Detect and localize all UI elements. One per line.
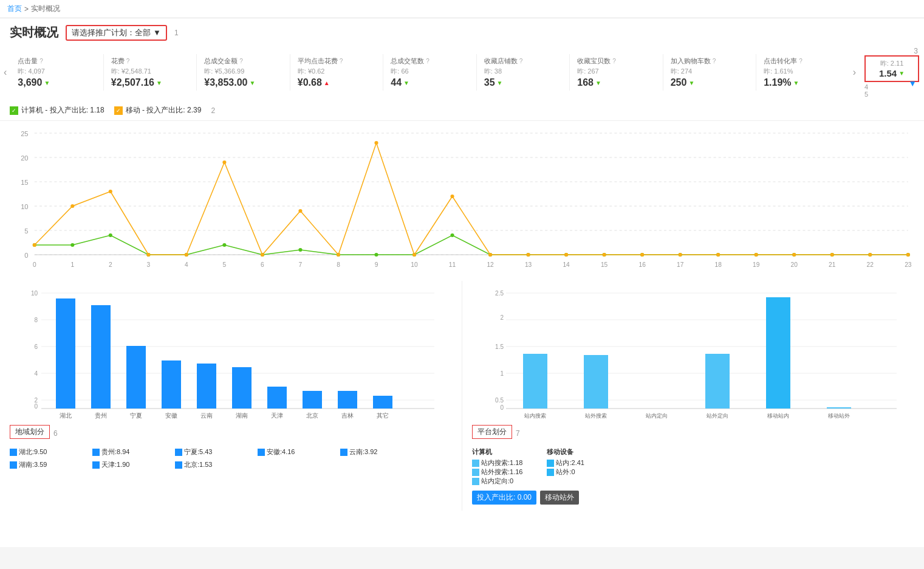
x-label-22: 22	[867, 261, 874, 268]
region-label-num: 6	[53, 429, 58, 438]
metrics-prev-button[interactable]: ‹	[0, 64, 10, 80]
label-num-5: 5	[864, 91, 868, 98]
x-label-4: 4	[185, 261, 188, 268]
x-label-11: 11	[449, 261, 456, 268]
svg-text:5: 5	[24, 227, 28, 235]
metric-label-1: 花费 ?	[111, 57, 189, 66]
metric-label-4: 总成交笔数 ?	[391, 57, 468, 66]
yellow-dot-1	[70, 204, 74, 208]
svg-text:天津: 天津	[271, 412, 283, 419]
legend-zwsousuo: 站外搜索:1.16	[472, 467, 522, 477]
metric-info-icon-8[interactable]: ?	[799, 58, 803, 64]
metric-label-6: 收藏宝贝数 ?	[577, 57, 655, 66]
yellow-dot-14	[564, 253, 568, 257]
platform-legend: 计算机 站内搜索:1.18 站外搜索:1.16 站内定向:0	[472, 447, 914, 486]
x-label-17: 17	[677, 261, 684, 268]
metric-value-6: 168 ▼	[577, 77, 655, 88]
legend-stneixsousuo: 站内搜索:1.18	[472, 458, 522, 467]
svg-text:湖南: 湖南	[236, 412, 248, 419]
region-legend-hunan: 湖南:3.59	[10, 460, 89, 469]
legend-checkbox-yellow: ✓	[114, 106, 123, 115]
x-label-14: 14	[563, 261, 570, 268]
metric-info-icon-7[interactable]: ?	[713, 58, 716, 64]
yellow-dot-16	[640, 253, 644, 257]
legend-label-computer: 计算机 - 投入产出比: 1.18	[21, 105, 104, 116]
label-num-3: 3	[914, 47, 918, 55]
svg-text:6: 6	[34, 343, 38, 350]
svg-rect-31	[162, 360, 181, 409]
x-label-0: 0	[33, 261, 36, 268]
legend-bar: ✓ 计算机 - 投入产出比: 1.18 ✓ 移动 - 投入产出比: 2.39 2	[0, 100, 924, 121]
legend-item-mobile[interactable]: ✓ 移动 - 投入产出比: 2.39	[114, 105, 202, 116]
svg-text:2.5: 2.5	[495, 290, 504, 297]
region-legend: 湖北:9.50 贵州:8.94 宁夏:5.43 安徽:4.16 云南:3.92	[10, 447, 452, 469]
legend-item-computer[interactable]: ✓ 计算机 - 投入产出比: 1.18	[10, 105, 104, 116]
metric-info-icon-1[interactable]: ?	[126, 58, 130, 64]
svg-rect-27	[91, 305, 111, 409]
svg-rect-33	[197, 364, 216, 409]
metric-label-3: 平均点击花费 ?	[298, 57, 375, 66]
region-legend-hubei: 湖北:9.50	[10, 447, 89, 457]
metric-value-3: ¥0.68 ▲	[298, 77, 375, 88]
metric-label-2: 总成交金额 ?	[204, 57, 282, 66]
metric-info-icon-3[interactable]: ?	[340, 58, 343, 64]
plan-selector[interactable]: 请选择推广计划：全部 ▼	[66, 25, 167, 41]
x-label-2: 2	[109, 261, 112, 268]
metric-info-icon-0[interactable]: ?	[39, 58, 43, 64]
label-num-2: 2	[211, 106, 215, 115]
platform-legend-computer: 计算机 站内搜索:1.18 站外搜索:1.16 站内定向:0	[472, 447, 522, 486]
computer-label: 计算机	[472, 447, 522, 457]
yellow-dot-5	[222, 160, 226, 164]
svg-rect-37	[267, 387, 287, 409]
yellow-dot-23	[906, 253, 910, 257]
svg-text:北京: 北京	[306, 412, 318, 419]
metric-info-icon-2[interactable]: ?	[239, 58, 243, 64]
metric-info-icon-5[interactable]: ?	[519, 58, 523, 64]
legend-label-mobile: 移动 - 投入产出比: 2.39	[126, 105, 202, 116]
metric-prev-1: 昨: ¥2,548.71	[111, 67, 189, 76]
roi-dropdown-icon[interactable]: ▼	[908, 78, 917, 88]
mobile-label: 移动设备	[547, 447, 584, 457]
yellow-dot-0	[33, 243, 36, 247]
svg-text:其它: 其它	[377, 412, 389, 419]
roi-box: 昨: 2.11 1.54 ▼ ▼	[864, 55, 919, 82]
breadcrumb-home[interactable]: 首页	[7, 4, 22, 14]
x-label-10: 10	[411, 261, 418, 268]
region-legend-anhui: 安徽:4.16	[258, 447, 337, 457]
svg-rect-41	[338, 391, 357, 409]
x-label-12: 12	[487, 261, 494, 268]
region-legend-guizhou: 贵州:8.94	[92, 447, 171, 457]
metrics-inner: 点击量 ? 昨: 4,097 3,690 ▼ 花费 ? 昨: ¥2,548.71…	[10, 54, 849, 91]
bottom-charts: 10 8 6 4 2 0 湖北 贵州	[0, 281, 924, 511]
platform-chart-title: 平台划分	[472, 425, 512, 439]
metric-item-1: 花费 ? 昨: ¥2,548.71 ¥2,507.16 ▼	[104, 54, 197, 91]
x-label-9: 9	[375, 261, 378, 268]
metric-trend-3: ▲	[324, 80, 330, 86]
metric-value-2: ¥3,853.00 ▼	[204, 77, 282, 88]
dropdown-icon: ▼	[153, 28, 161, 37]
region-legend-ningxia: 宁夏:5.43	[175, 447, 254, 457]
metric-info-icon-6[interactable]: ?	[612, 58, 616, 64]
svg-text:贵州: 贵州	[95, 412, 107, 419]
metric-trend-4: ▼	[403, 80, 409, 86]
mobile-waizhan-tooltip: 移动站外	[540, 491, 579, 505]
x-label-8: 8	[337, 261, 340, 268]
svg-rect-65	[766, 297, 790, 409]
svg-text:站内搜索: 站内搜索	[524, 413, 546, 419]
svg-text:湖北: 湖北	[60, 412, 72, 419]
metrics-area: ‹ 点击量 ? 昨: 4,097 3,690 ▼ 花费 ? 昨: ¥2,548.…	[0, 44, 924, 100]
yellow-dot-2	[109, 190, 112, 193]
metric-prev-3: 昨: ¥0.62	[298, 67, 375, 76]
roi-tooltip: 投入产出比: 0.00	[472, 491, 536, 505]
roi-arrow-down: ▼	[898, 70, 905, 77]
breadcrumb-current: 实时概况	[31, 4, 60, 14]
metric-item-5: 收藏店铺数 ? 昨: 38 35 ▼	[477, 54, 570, 91]
yellow-dot-13	[527, 253, 530, 257]
metric-info-icon-4[interactable]: ?	[426, 58, 429, 64]
platform-chart: 2.5 2 1.5 1 0.5 0 站内搜索 站外搜索	[462, 281, 924, 511]
yellow-dot-19	[755, 253, 758, 257]
metrics-next-button[interactable]: ›	[849, 64, 860, 80]
svg-text:移动站外: 移动站外	[828, 413, 850, 419]
x-label-18: 18	[715, 261, 722, 268]
metric-item-2: 总成交金额 ? 昨: ¥5,366.99 ¥3,853.00 ▼	[197, 54, 290, 91]
